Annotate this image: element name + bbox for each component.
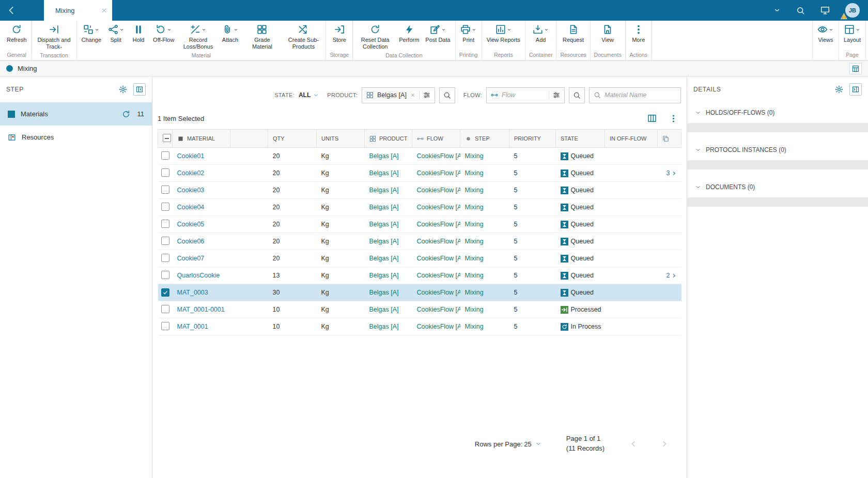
open-grid-view-button[interactable] bbox=[849, 63, 862, 74]
step-link[interactable]: Mixing bbox=[465, 152, 484, 160]
expand-panel-button[interactable] bbox=[849, 83, 862, 96]
product-advanced-filter-icon[interactable] bbox=[423, 91, 430, 99]
material-link[interactable]: Cookie01 bbox=[177, 152, 205, 160]
ribbon-button-refresh[interactable]: Refresh bbox=[4, 23, 30, 44]
remove-offflow-button[interactable] bbox=[610, 272, 616, 278]
state-filter-dropdown[interactable]: ALL bbox=[299, 91, 319, 99]
flow-link[interactable]: CookiesFlow [A bbox=[417, 238, 460, 245]
row-checkbox[interactable] bbox=[161, 168, 169, 177]
column-header-flow[interactable]: FLOW bbox=[412, 130, 460, 148]
grid-more-options-icon[interactable] bbox=[669, 114, 678, 123]
remove-offflow-button[interactable] bbox=[610, 323, 616, 329]
collapse-panel-button[interactable] bbox=[133, 83, 146, 96]
remove-offflow-button[interactable] bbox=[610, 221, 616, 227]
row-checkbox[interactable] bbox=[161, 271, 169, 279]
flow-link[interactable]: CookiesFlow [A bbox=[417, 221, 460, 228]
row-checkbox[interactable] bbox=[161, 254, 169, 262]
tab-overflow-chevron-icon[interactable] bbox=[773, 7, 781, 14]
monitor-icon[interactable] bbox=[820, 6, 830, 15]
flow-filter-input[interactable] bbox=[502, 91, 545, 99]
product-link[interactable]: Belgas [A] bbox=[369, 289, 399, 296]
back-button[interactable] bbox=[0, 0, 44, 21]
step-settings-gear-icon[interactable] bbox=[119, 85, 127, 94]
product-link[interactable]: Belgas [A] bbox=[369, 221, 399, 228]
row-checkbox[interactable] bbox=[161, 186, 169, 194]
step-link[interactable]: Mixing bbox=[465, 238, 484, 245]
product-link[interactable]: Belgas [A] bbox=[369, 272, 399, 279]
step-link[interactable]: Mixing bbox=[465, 255, 484, 262]
product-link[interactable]: Belgas [A] bbox=[369, 187, 399, 194]
material-link[interactable]: Cookie07 bbox=[177, 255, 205, 262]
column-header-product[interactable]: PRODUCT bbox=[365, 130, 412, 148]
material-link[interactable]: MAT_0001 bbox=[177, 323, 208, 330]
details-section-header[interactable]: DOCUMENTS (0) bbox=[687, 177, 868, 197]
ribbon-button-views[interactable]: Views bbox=[814, 23, 837, 44]
flow-advanced-filter-icon[interactable] bbox=[553, 91, 560, 99]
ribbon-button-print[interactable]: Print bbox=[457, 23, 480, 44]
flow-link[interactable]: CookiesFlow [A bbox=[417, 289, 460, 296]
ribbon-button-split[interactable]: Split bbox=[104, 23, 127, 44]
tab-mixing[interactable]: Mixing bbox=[44, 0, 112, 21]
column-header-blank[interactable] bbox=[230, 130, 268, 148]
material-link[interactable]: Cookie05 bbox=[177, 221, 205, 228]
ribbon-button-off-flow[interactable]: Off-Flow bbox=[150, 23, 177, 44]
ribbon-button-perform[interactable]: Perform bbox=[396, 23, 422, 44]
ribbon-button-add[interactable]: Add bbox=[530, 23, 552, 44]
row-checkbox[interactable] bbox=[161, 203, 169, 211]
column-header-step[interactable]: STEP bbox=[460, 130, 509, 148]
ribbon-button-dispatch-and-track[interactable]: Dispatch and Track- bbox=[34, 23, 75, 51]
row-checkbox[interactable] bbox=[161, 288, 169, 297]
column-header-state[interactable]: STATE bbox=[556, 130, 605, 148]
remove-offflow-button[interactable] bbox=[610, 152, 616, 159]
step-link[interactable]: Mixing bbox=[465, 272, 484, 279]
column-header-units[interactable]: UNITS bbox=[317, 130, 365, 148]
flow-link[interactable]: CookiesFlow [A bbox=[417, 272, 460, 279]
ribbon-button-request[interactable]: Request bbox=[560, 23, 587, 44]
material-link[interactable]: MAT_0001-0001 bbox=[177, 306, 225, 313]
product-link[interactable]: Belgas [A] bbox=[369, 306, 399, 313]
row-checkbox[interactable] bbox=[161, 322, 169, 330]
column-chooser-icon[interactable] bbox=[647, 114, 657, 123]
product-link[interactable]: Belgas [A] bbox=[369, 152, 399, 160]
ribbon-button-record-loss-bonus[interactable]: Record Loss/Bonus bbox=[177, 23, 219, 51]
step-link[interactable]: Mixing bbox=[465, 187, 484, 194]
remove-offflow-button[interactable] bbox=[610, 238, 616, 244]
details-settings-gear-icon[interactable] bbox=[835, 85, 843, 94]
ribbon-button-create-sub-products[interactable]: Create Sub-Products bbox=[283, 23, 324, 51]
step-link[interactable]: Mixing bbox=[465, 323, 484, 330]
offflow-count-link[interactable]: 2 bbox=[667, 272, 677, 279]
step-link[interactable]: Mixing bbox=[465, 289, 484, 296]
material-link[interactable]: Cookie03 bbox=[177, 187, 205, 194]
material-link[interactable]: MAT_0003 bbox=[177, 289, 208, 296]
material-link[interactable]: Cookie04 bbox=[177, 204, 205, 211]
step-link[interactable]: Mixing bbox=[465, 169, 484, 177]
details-section-header[interactable]: PROTOCOL INSTANCES (0) bbox=[687, 140, 868, 160]
flow-link[interactable]: CookiesFlow [A bbox=[417, 204, 460, 211]
remove-offflow-button[interactable] bbox=[610, 169, 616, 176]
product-search-button[interactable] bbox=[439, 87, 455, 103]
flow-search-button[interactable] bbox=[569, 87, 585, 103]
column-header-qty[interactable]: QTY bbox=[268, 130, 317, 148]
tab-close-icon[interactable] bbox=[101, 8, 107, 13]
column-header-material[interactable]: MATERIAL bbox=[173, 130, 230, 148]
step-link[interactable]: Mixing bbox=[465, 221, 484, 228]
global-search-icon[interactable] bbox=[796, 6, 805, 15]
ribbon-button-layout[interactable]: Layout bbox=[841, 23, 864, 44]
remove-offflow-button[interactable] bbox=[610, 255, 616, 261]
product-link[interactable]: Belgas [A] bbox=[369, 204, 399, 211]
ribbon-button-post-data[interactable]: Post Data bbox=[422, 23, 453, 44]
ribbon-button-reset-data-collection[interactable]: Reset Data Collection bbox=[354, 23, 396, 51]
material-link[interactable]: Cookie06 bbox=[177, 238, 205, 245]
remove-offflow-button[interactable] bbox=[610, 289, 616, 295]
ribbon-button-grade-material[interactable]: Grade Material bbox=[241, 23, 283, 51]
product-filter-box[interactable]: Belgas [A] bbox=[362, 87, 435, 103]
avatar[interactable]: JB bbox=[845, 3, 860, 18]
flow-filter-box[interactable] bbox=[486, 87, 565, 103]
ribbon-button-view-reports[interactable]: View Reports bbox=[484, 23, 523, 44]
sidebar-item-materials[interactable]: Materials 11 bbox=[0, 102, 152, 126]
ribbon-button-hold[interactable]: Hold bbox=[127, 23, 150, 44]
rows-per-page-dropdown[interactable]: Rows per Page:25 bbox=[475, 440, 541, 448]
product-link[interactable]: Belgas [A] bbox=[369, 169, 399, 177]
row-checkbox[interactable] bbox=[161, 305, 169, 313]
material-link[interactable]: Cookie02 bbox=[177, 169, 205, 177]
